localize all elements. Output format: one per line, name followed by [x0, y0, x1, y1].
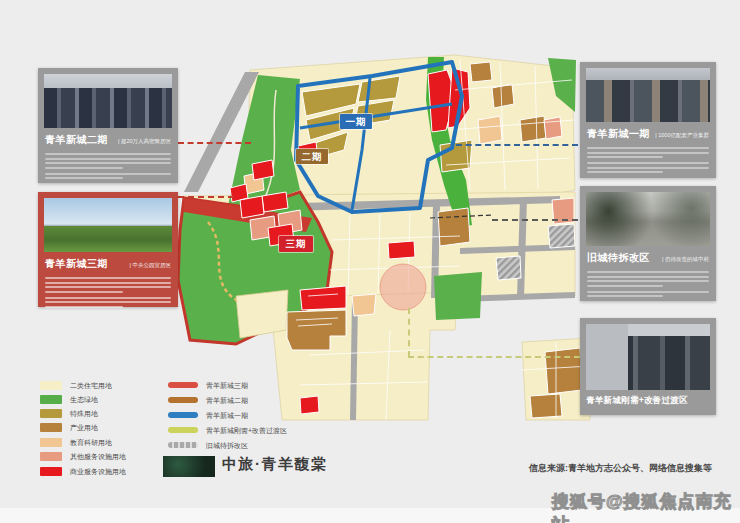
card-phase3: 青羊新城三期 | 中央公园宜居区: [38, 192, 178, 307]
map-tag-phase1: 一期: [340, 114, 372, 129]
connector-oldtown: [492, 219, 578, 221]
oldtown-subtitle: | 仍待改造的城中村: [662, 256, 709, 263]
legend-swatch: [40, 467, 62, 476]
transition-caption: 青羊新城刚需+改善过渡区: [580, 390, 716, 413]
phase1-photo: [586, 68, 710, 122]
card-phase2: 青羊新城二期 | 超20万人高密聚居区: [38, 68, 178, 183]
phase1-subtitle: | 1000亿配套产业集群: [655, 132, 709, 139]
connector-phase2: [178, 142, 251, 144]
legend-swatch: [40, 423, 62, 432]
card-oldtown: 旧城待拆改区 | 仍待改造的城中村: [580, 186, 716, 301]
legend-label: 旧城待拆改区: [206, 441, 248, 451]
legend-label: 教育科研用地: [70, 438, 112, 448]
card-phase1: 青羊新城一期 | 1000亿配套产业集群: [580, 62, 716, 178]
legend-label: 二类住宅用地: [70, 381, 112, 391]
phase3-subtitle: | 中央公园宜居区: [130, 262, 171, 269]
oldtown-title: 旧城待拆改区: [587, 251, 650, 265]
legend-label: 青羊新城三期: [206, 381, 248, 391]
oldtown-photo: [586, 192, 710, 246]
phase1-title: 青羊新城一期: [587, 127, 650, 141]
connector-phase3: [178, 196, 234, 198]
poster-canvas: 一期 二期 三期 青羊新城二期 | 超20万人高密聚居区 青羊新城三期 | 中央…: [0, 0, 740, 523]
legend-bar-striped: [168, 442, 198, 448]
legend-label: 青羊新城二期: [206, 396, 248, 406]
connector-project-h: [408, 356, 580, 358]
project-parcel: [388, 241, 415, 259]
project-highlight-circle: [380, 264, 426, 310]
legend-label: 商业服务设施用地: [70, 467, 126, 477]
legend-label: 其他服务设施用地: [70, 452, 126, 462]
phase2-photo: [44, 74, 172, 128]
legend-swatch: [40, 438, 62, 447]
card-transition: 青羊新城刚需+改善过渡区: [580, 318, 716, 415]
phase2-bodytext: [45, 153, 171, 169]
phase2-title: 青羊新城二期: [45, 133, 108, 147]
phase3-bodytext: [45, 277, 171, 293]
phase1-bodytext: [587, 147, 709, 158]
legend-bar: [168, 427, 198, 433]
legend-bar: [168, 382, 198, 388]
phase3-photo: [44, 198, 172, 252]
legend-swatch: [40, 452, 62, 461]
map-tag-phase3: 三期: [279, 236, 313, 252]
transition-photo: [586, 324, 710, 390]
connector-phase1: [456, 144, 578, 146]
phase2-subtitle: | 超20万人高密聚居区: [118, 138, 171, 145]
brand-logo-image: [163, 456, 215, 477]
legend-label: 产业用地: [70, 423, 98, 433]
oldtown-bodytext: [587, 271, 709, 287]
brand-logo-text: 中旅·青羊馥棠: [222, 455, 328, 474]
connector-project-v: [408, 308, 410, 357]
legend-swatch: [40, 381, 62, 390]
legend-bar: [168, 412, 198, 418]
watermark-text: 搜狐号@搜狐焦点南充站: [552, 490, 740, 523]
legend-label: 特殊用地: [70, 409, 98, 419]
legend-swatch: [40, 395, 62, 404]
legend-bar: [168, 397, 198, 403]
source-note: 信息来源:青羊地方志公众号、网络信息搜集等: [529, 462, 712, 475]
map-tag-phase2: 二期: [296, 149, 328, 164]
legend-label: 生态绿地: [70, 395, 98, 405]
legend-swatch: [40, 409, 62, 418]
phase3-title: 青羊新城三期: [45, 257, 108, 271]
legend-label: 青羊新城一期: [206, 411, 248, 421]
legend-label: 青羊新城刚需+改善过渡区: [206, 426, 287, 436]
